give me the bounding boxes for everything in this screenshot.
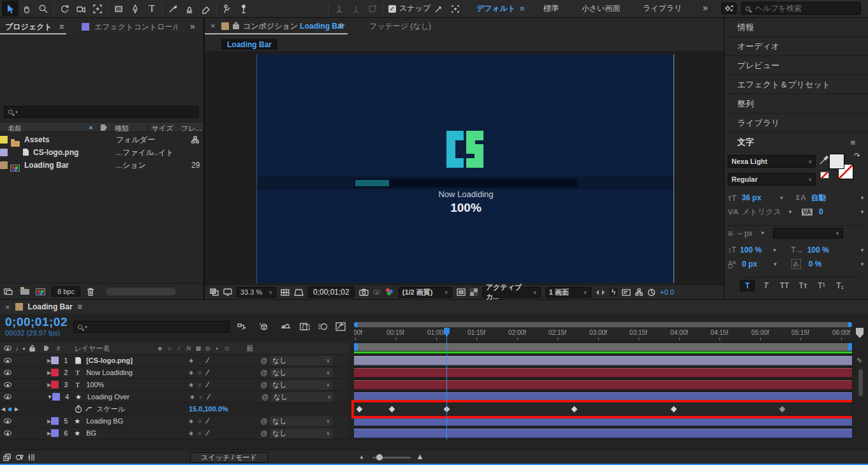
search-options-icon[interactable]: ▼	[84, 325, 88, 329]
interpret-footage-icon[interactable]	[4, 288, 14, 295]
track-row-1[interactable]	[354, 355, 852, 367]
label-chip[interactable]	[0, 161, 8, 169]
pen-tool[interactable]	[127, 1, 143, 17]
zoom-out-mountain-icon[interactable]: ▲	[359, 454, 364, 460]
next-keyframe-icon[interactable]: ▶	[15, 406, 18, 412]
column-frames[interactable]: フレ...	[181, 124, 202, 133]
clone-stamp-tool[interactable]	[181, 1, 198, 17]
stroke-style-dropdown[interactable]: ∨	[773, 228, 843, 239]
scale-property-row[interactable]: ◀ ◆ ▶ スケール 15.0,100.0%	[0, 403, 349, 415]
frame-blending-icon[interactable]	[300, 322, 310, 331]
project-search-box[interactable]: ▼	[4, 106, 199, 118]
horizontal-scale-value[interactable]: 100 %	[807, 246, 829, 255]
property-value[interactable]: 15.0,100.0%	[189, 405, 228, 413]
label-chip[interactable]	[0, 136, 8, 144]
collapse-switch[interactable]: ◈	[187, 381, 195, 388]
layer-row-4[interactable]: ▼ 4 ★ Loading Over ◈ ☼ ∕ @ なし∨	[0, 391, 349, 403]
layer-name[interactable]: Loading BG	[86, 417, 182, 425]
snap-checkbox[interactable]: ✓	[388, 5, 396, 13]
new-composition-icon[interactable]	[36, 288, 45, 295]
expand-layer-switches-icon[interactable]	[3, 454, 11, 461]
workspace-small-screen[interactable]: 小さい画面	[582, 3, 621, 14]
type-tool[interactable]: T	[143, 1, 160, 17]
subscript-button[interactable]: T₁	[832, 280, 848, 292]
superscript-button[interactable]: T¹	[814, 280, 829, 292]
timeline-zoom-scrollbar[interactable]	[354, 322, 852, 327]
grid-guides-icon[interactable]	[281, 288, 290, 297]
workspace-menu-icon[interactable]: ≡	[520, 4, 525, 13]
roto-brush-tool[interactable]	[219, 1, 235, 17]
eraser-tool[interactable]	[198, 1, 214, 17]
character-menu-icon[interactable]: ≡	[850, 138, 855, 147]
exposure-icon[interactable]	[647, 288, 656, 297]
layer-label-chip[interactable]	[51, 369, 59, 376]
parent-dropdown[interactable]: なし∨	[270, 368, 332, 378]
motion-blur-icon[interactable]	[318, 322, 328, 331]
collapse-switch[interactable]: ◈	[188, 394, 196, 400]
kerning-value[interactable]: メトリクス	[742, 207, 781, 218]
comp-flowchart-icon[interactable]	[635, 288, 643, 296]
keyframe-toggle-icon[interactable]: ◆	[8, 406, 12, 412]
workspace-standard[interactable]: 標準	[543, 3, 559, 14]
rasterize-switch[interactable]: ☼	[195, 369, 203, 376]
vertical-scale-value[interactable]: 100 %	[740, 246, 761, 255]
font-family-dropdown[interactable]: Nexa Light∨	[728, 155, 816, 168]
search-options-icon[interactable]: ▼	[15, 110, 18, 114]
project-tab[interactable]: プロジェクト ≡	[5, 22, 64, 33]
camera-dropdown[interactable]: アクティブカ...∨	[482, 287, 541, 298]
snapshot-camera-icon[interactable]	[359, 288, 369, 296]
item-name[interactable]: CS-logo.png	[33, 148, 78, 157]
dropdown-arrow-icon[interactable]: ▼	[760, 230, 765, 236]
channels-icon[interactable]	[385, 288, 394, 296]
expand-inout-icon[interactable]	[27, 454, 36, 461]
all-caps-button[interactable]: TT	[777, 280, 792, 292]
dropdown-arrow-icon[interactable]: ▼	[788, 209, 793, 215]
timeline-zoom-slider[interactable]	[372, 457, 411, 459]
layer-name[interactable]: Now Loadiding	[86, 369, 182, 376]
parent-column-label[interactable]: 親	[246, 344, 253, 353]
layer-row-3[interactable]: ▶ 3 T 100% ◈ ☼ ∕ @ なし∨	[0, 379, 349, 391]
multi-view-icon[interactable]	[210, 288, 219, 296]
parent-dropdown[interactable]: なし∨	[271, 392, 334, 402]
pixel-aspect-icon[interactable]	[596, 289, 605, 296]
project-row-assets[interactable]: ▼ Assets フォルダー	[0, 133, 203, 146]
puppet-pin-tool[interactable]	[235, 1, 252, 17]
tsume-value[interactable]: 0 %	[809, 260, 822, 269]
region-of-interest-icon[interactable]	[457, 288, 466, 296]
snap-focus-icon[interactable]	[447, 1, 464, 17]
layer-label-chip[interactable]	[51, 417, 59, 425]
viewer-tab-close-icon[interactable]: ×	[210, 21, 216, 31]
pickwhip-icon[interactable]: @	[260, 429, 267, 437]
project-row-cs-logo[interactable]: CS-logo.png ...ファイル ...イト	[0, 146, 203, 159]
workspace-settings-button[interactable]	[721, 3, 737, 14]
panel-tab-audio[interactable]: オーディオ	[725, 37, 868, 56]
view-layout-dropdown[interactable]: 1 画面∨	[545, 287, 591, 298]
pen-marker-icon[interactable]: ✎	[857, 357, 862, 365]
zoom-level-dropdown[interactable]: 33.3 %∨	[237, 287, 276, 298]
composition-mini-flowchart-icon[interactable]	[237, 323, 247, 332]
dropdown-arrow-icon[interactable]: ▼	[772, 262, 777, 267]
layer-label-chip[interactable]	[51, 429, 59, 437]
project-row-loading-bar[interactable]: Loading Bar ...ション 29	[0, 159, 203, 172]
fill-color-swatch[interactable]	[829, 154, 844, 169]
panel-tab-effects-presets[interactable]: エフェクト＆プリセット	[725, 75, 868, 94]
stopwatch-icon[interactable]	[75, 405, 82, 413]
layer-name-column-label[interactable]: レイヤー名	[74, 344, 110, 353]
layer-label-chip[interactable]	[51, 357, 59, 364]
timeline-tab-close-icon[interactable]: ×	[5, 302, 10, 312]
work-area-bar[interactable]	[354, 343, 852, 351]
vertical-scrollbar[interactable]	[858, 369, 863, 396]
fast-preview-icon[interactable]: ϟ	[610, 288, 617, 297]
layer-row-1[interactable]: ▶ 1 [CS-logo.png] ◈ ∕ @ なし∨	[0, 355, 349, 367]
footer-scrollbar[interactable]	[106, 288, 176, 295]
shape-tool[interactable]	[110, 1, 127, 17]
show-snapshot-icon[interactable]	[373, 290, 381, 295]
workspace-default[interactable]: デフォルト	[476, 3, 515, 14]
zoom-slider-handle[interactable]	[376, 454, 383, 461]
hide-shy-layers-icon[interactable]	[281, 323, 291, 331]
swap-fill-stroke-icon[interactable]: ↷	[854, 151, 860, 160]
layer-row-2[interactable]: ▶ 2 T Now Loadiding ◈ ☼ ∕ @ なし∨	[0, 367, 349, 379]
baseline-shift-value[interactable]: 0 px	[742, 260, 757, 269]
camera-tool[interactable]	[73, 1, 89, 17]
flowchart-icon[interactable]	[191, 136, 199, 144]
